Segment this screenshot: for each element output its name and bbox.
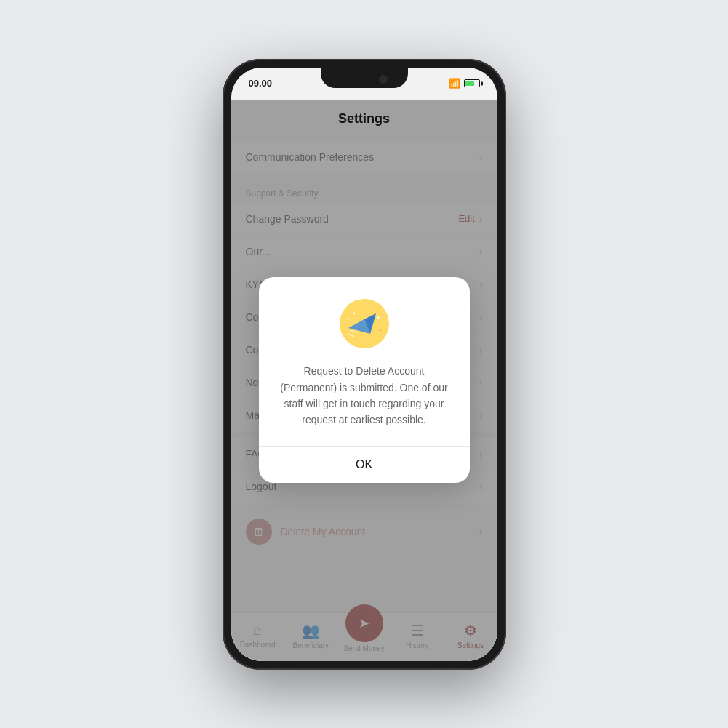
- battery-fill: [465, 81, 474, 86]
- modal-icon: [338, 297, 391, 350]
- modal-message: Request to Delete Account (Permanent) is…: [276, 363, 452, 428]
- app-content: Settings Communication Preferences › Sup…: [231, 100, 497, 661]
- svg-point-8: [379, 329, 381, 332]
- modal-overlay: Request to Delete Account (Permanent) is…: [231, 100, 497, 661]
- svg-point-6: [377, 316, 380, 319]
- battery-icon: [464, 79, 480, 87]
- status-time: 09.00: [249, 78, 273, 89]
- phone-outer: 09.00 📶 Settings Communication Preferenc…: [223, 59, 506, 670]
- svg-point-7: [353, 313, 355, 315]
- phone-screen: 09.00 📶 Settings Communication Preferenc…: [231, 68, 497, 661]
- modal-ok-button[interactable]: OK: [259, 447, 470, 483]
- status-icons: 📶: [449, 78, 480, 89]
- notch-camera: [379, 75, 388, 84]
- status-bar: 09.00 📶: [231, 68, 497, 100]
- modal-card: Request to Delete Account (Permanent) is…: [259, 277, 470, 483]
- svg-point-9: [348, 319, 350, 320]
- wifi-icon: 📶: [449, 78, 460, 89]
